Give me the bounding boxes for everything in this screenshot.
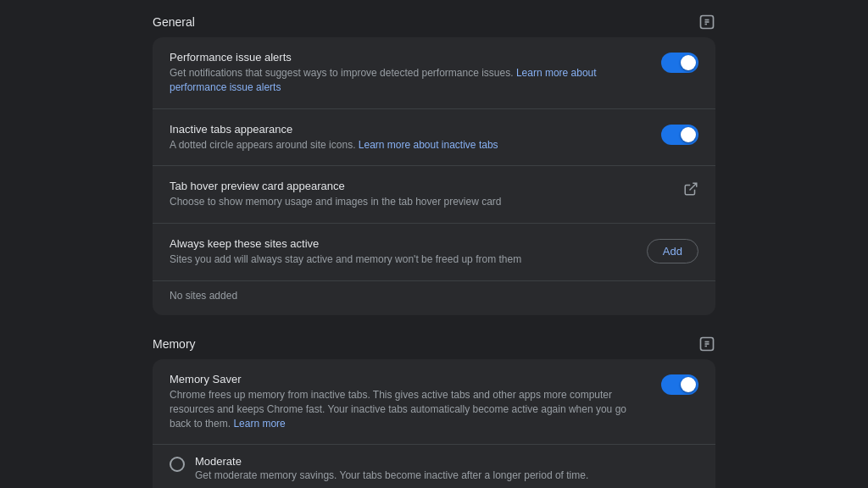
general-section-header: General [153, 14, 715, 37]
memory-card: Memory Saver Chrome frees up memory from… [153, 359, 715, 488]
radio-moderate-content: Moderate Get moderate memory savings. Yo… [195, 455, 588, 481]
always-active-control: Add [647, 237, 698, 263]
tab-hover-desc: Choose to show memory usage and images i… [170, 195, 670, 209]
svg-line-4 [690, 184, 697, 191]
radio-moderate-title: Moderate [195, 455, 588, 468]
general-section: General Performance issue alerts Get not… [153, 0, 715, 322]
performance-alerts-toggle[interactable] [661, 53, 698, 73]
inactive-tabs-item: Inactive tabs appearance A dotted circle… [153, 109, 715, 167]
memory-section: Memory Memory Saver Chrome frees up memo… [153, 322, 715, 488]
memory-saver-toggle[interactable] [661, 374, 698, 395]
performance-alerts-control [661, 51, 698, 73]
inactive-tabs-desc: A dotted circle appears around site icon… [170, 138, 648, 152]
tab-hover-item: Tab hover preview card appearance Choose… [153, 166, 715, 224]
inactive-tabs-toggle[interactable] [661, 125, 698, 145]
memory-section-header: Memory [153, 336, 715, 359]
tab-hover-title: Tab hover preview card appearance [170, 180, 670, 192]
general-info-icon[interactable] [698, 14, 715, 30]
memory-saver-thumb [681, 377, 696, 392]
tab-hover-control [683, 180, 698, 197]
radio-moderate-item: Moderate Get moderate memory savings. Yo… [153, 445, 715, 488]
always-active-item: Always keep these sites active Sites you… [153, 224, 715, 281]
memory-saver-control [661, 373, 698, 395]
memory-info-icon[interactable] [698, 336, 715, 352]
inactive-tabs-title: Inactive tabs appearance [170, 123, 648, 136]
inactive-tabs-control [661, 123, 698, 145]
inactive-tabs-thumb [681, 127, 696, 142]
performance-alerts-item: Performance issue alerts Get notificatio… [153, 37, 715, 109]
performance-alerts-content: Performance issue alerts Get notificatio… [170, 51, 648, 95]
memory-saver-title: Memory Saver [170, 373, 648, 385]
performance-alerts-thumb [681, 55, 696, 70]
always-active-content: Always keep these sites active Sites you… [170, 237, 633, 267]
page-container: General Performance issue alerts Get not… [0, 0, 868, 488]
general-card: Performance issue alerts Get notificatio… [153, 37, 715, 315]
inactive-tabs-content: Inactive tabs appearance A dotted circle… [170, 123, 648, 152]
tab-hover-content: Tab hover preview card appearance Choose… [170, 180, 670, 209]
memory-saver-link[interactable]: Learn more [233, 418, 285, 430]
general-title: General [153, 15, 195, 29]
memory-title: Memory [153, 337, 196, 351]
tab-hover-external-icon[interactable] [683, 181, 698, 197]
inactive-tabs-link[interactable]: Learn more about inactive tabs [359, 139, 498, 151]
radio-moderate[interactable] [170, 457, 185, 472]
radio-moderate-desc: Get moderate memory savings. Your tabs b… [195, 469, 588, 481]
performance-alerts-desc: Get notifications that suggest ways to i… [170, 66, 648, 95]
memory-saver-item: Memory Saver Chrome frees up memory from… [153, 359, 715, 445]
performance-alerts-title: Performance issue alerts [170, 51, 648, 64]
memory-saver-content: Memory Saver Chrome frees up memory from… [170, 373, 648, 430]
always-active-title: Always keep these sites active [170, 237, 633, 250]
no-sites-text: No sites added [153, 281, 715, 315]
add-site-button[interactable]: Add [647, 239, 698, 263]
memory-saver-desc: Chrome frees up memory from inactive tab… [170, 388, 648, 430]
always-active-desc: Sites you add will always stay active an… [170, 252, 633, 267]
